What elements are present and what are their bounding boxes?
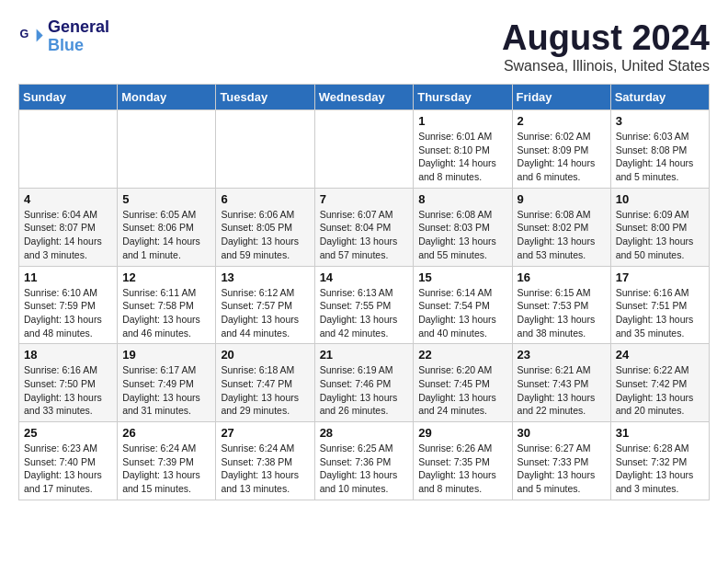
day-info: Sunrise: 6:08 AMSunset: 8:03 PMDaylight:… xyxy=(418,208,506,262)
day-number: 19 xyxy=(122,348,210,362)
day-number: 28 xyxy=(320,426,409,440)
day-number: 4 xyxy=(24,192,112,206)
day-cell: 29Sunrise: 6:26 AMSunset: 7:35 PMDayligh… xyxy=(414,422,512,500)
weekday-header-friday: Friday xyxy=(512,85,610,110)
logo-icon: G xyxy=(18,24,44,50)
day-info: Sunrise: 6:22 AMSunset: 7:42 PMDaylight:… xyxy=(616,363,704,418)
week-row-5: 25Sunrise: 6:23 AMSunset: 7:40 PMDayligh… xyxy=(19,422,710,500)
day-number: 22 xyxy=(418,348,506,362)
day-number: 30 xyxy=(518,426,606,440)
day-number: 2 xyxy=(518,114,606,128)
logo-line2: Blue xyxy=(48,37,109,55)
day-info: Sunrise: 6:21 AMSunset: 7:43 PMDaylight:… xyxy=(518,363,606,418)
day-cell: 27Sunrise: 6:24 AMSunset: 7:38 PMDayligh… xyxy=(216,422,314,500)
day-cell: 14Sunrise: 6:13 AMSunset: 7:55 PMDayligh… xyxy=(314,266,414,344)
weekday-header-sunday: Sunday xyxy=(19,85,118,110)
day-info: Sunrise: 6:16 AMSunset: 7:50 PMDaylight:… xyxy=(24,363,112,418)
day-info: Sunrise: 6:24 AMSunset: 7:39 PMDaylight:… xyxy=(122,442,210,496)
day-info: Sunrise: 6:17 AMSunset: 7:49 PMDaylight:… xyxy=(122,363,210,418)
day-number: 9 xyxy=(518,192,606,206)
weekday-header-row: SundayMondayTuesdayWednesdayThursdayFrid… xyxy=(19,85,710,110)
day-number: 18 xyxy=(24,348,112,362)
day-info: Sunrise: 6:09 AMSunset: 8:00 PMDaylight:… xyxy=(616,208,704,262)
day-info: Sunrise: 6:01 AMSunset: 8:10 PMDaylight:… xyxy=(418,130,506,184)
day-number: 23 xyxy=(518,348,606,362)
day-cell: 2Sunrise: 6:02 AMSunset: 8:09 PMDaylight… xyxy=(512,110,610,189)
main-title: August 2024 xyxy=(502,18,710,58)
day-info: Sunrise: 6:27 AMSunset: 7:33 PMDaylight:… xyxy=(518,442,606,496)
logo-line1: General xyxy=(48,18,109,37)
day-info: Sunrise: 6:18 AMSunset: 7:47 PMDaylight:… xyxy=(221,363,309,418)
day-cell: 12Sunrise: 6:11 AMSunset: 7:58 PMDayligh… xyxy=(118,266,216,344)
day-number: 31 xyxy=(616,426,704,440)
week-row-1: 1Sunrise: 6:01 AMSunset: 8:10 PMDaylight… xyxy=(19,110,710,189)
day-number: 16 xyxy=(518,270,606,284)
day-cell: 17Sunrise: 6:16 AMSunset: 7:51 PMDayligh… xyxy=(610,266,709,344)
day-number: 15 xyxy=(418,270,506,284)
day-info: Sunrise: 6:20 AMSunset: 7:45 PMDaylight:… xyxy=(418,363,506,418)
day-info: Sunrise: 6:28 AMSunset: 7:32 PMDaylight:… xyxy=(616,442,704,496)
weekday-header-monday: Monday xyxy=(118,85,216,110)
day-info: Sunrise: 6:25 AMSunset: 7:36 PMDaylight:… xyxy=(320,442,409,496)
day-number: 29 xyxy=(418,426,506,440)
day-number: 8 xyxy=(418,192,506,206)
day-info: Sunrise: 6:03 AMSunset: 8:08 PMDaylight:… xyxy=(616,130,704,184)
week-row-2: 4Sunrise: 6:04 AMSunset: 8:07 PMDaylight… xyxy=(19,188,710,266)
day-info: Sunrise: 6:08 AMSunset: 8:02 PMDaylight:… xyxy=(518,208,606,262)
day-number: 21 xyxy=(320,348,409,362)
day-cell: 16Sunrise: 6:15 AMSunset: 7:53 PMDayligh… xyxy=(512,266,610,344)
subtitle: Swansea, Illinois, United States xyxy=(502,58,710,75)
day-number: 6 xyxy=(221,192,309,206)
weekday-header-thursday: Thursday xyxy=(414,85,512,110)
day-info: Sunrise: 6:11 AMSunset: 7:58 PMDaylight:… xyxy=(122,286,210,340)
day-info: Sunrise: 6:12 AMSunset: 7:57 PMDaylight:… xyxy=(221,286,309,340)
day-cell: 4Sunrise: 6:04 AMSunset: 8:07 PMDaylight… xyxy=(19,188,118,266)
logo: G General Blue xyxy=(18,18,109,55)
day-cell: 18Sunrise: 6:16 AMSunset: 7:50 PMDayligh… xyxy=(19,344,118,422)
day-info: Sunrise: 6:16 AMSunset: 7:51 PMDaylight:… xyxy=(616,286,704,340)
day-cell: 30Sunrise: 6:27 AMSunset: 7:33 PMDayligh… xyxy=(512,422,610,500)
day-cell: 20Sunrise: 6:18 AMSunset: 7:47 PMDayligh… xyxy=(216,344,314,422)
day-cell: 8Sunrise: 6:08 AMSunset: 8:03 PMDaylight… xyxy=(414,188,512,266)
day-cell: 26Sunrise: 6:24 AMSunset: 7:39 PMDayligh… xyxy=(118,422,216,500)
day-cell xyxy=(314,110,414,189)
day-number: 11 xyxy=(24,270,112,284)
weekday-header-wednesday: Wednesday xyxy=(314,85,414,110)
day-info: Sunrise: 6:19 AMSunset: 7:46 PMDaylight:… xyxy=(320,363,409,418)
weekday-header-saturday: Saturday xyxy=(610,85,709,110)
calendar: SundayMondayTuesdayWednesdayThursdayFrid… xyxy=(18,84,710,500)
day-info: Sunrise: 6:10 AMSunset: 7:59 PMDaylight:… xyxy=(24,286,112,340)
day-cell: 28Sunrise: 6:25 AMSunset: 7:36 PMDayligh… xyxy=(314,422,414,500)
day-info: Sunrise: 6:24 AMSunset: 7:38 PMDaylight:… xyxy=(221,442,309,496)
day-cell: 31Sunrise: 6:28 AMSunset: 7:32 PMDayligh… xyxy=(610,422,709,500)
day-number: 3 xyxy=(616,114,704,128)
title-area: August 2024 Swansea, Illinois, United St… xyxy=(502,18,710,75)
day-cell: 11Sunrise: 6:10 AMSunset: 7:59 PMDayligh… xyxy=(19,266,118,344)
day-cell: 7Sunrise: 6:07 AMSunset: 8:04 PMDaylight… xyxy=(314,188,414,266)
day-cell: 22Sunrise: 6:20 AMSunset: 7:45 PMDayligh… xyxy=(414,344,512,422)
day-number: 12 xyxy=(122,270,210,284)
week-row-3: 11Sunrise: 6:10 AMSunset: 7:59 PMDayligh… xyxy=(19,266,710,344)
svg-marker-1 xyxy=(37,29,43,41)
day-info: Sunrise: 6:05 AMSunset: 8:06 PMDaylight:… xyxy=(122,208,210,262)
day-cell: 21Sunrise: 6:19 AMSunset: 7:46 PMDayligh… xyxy=(314,344,414,422)
day-cell: 13Sunrise: 6:12 AMSunset: 7:57 PMDayligh… xyxy=(216,266,314,344)
day-cell: 23Sunrise: 6:21 AMSunset: 7:43 PMDayligh… xyxy=(512,344,610,422)
day-cell: 15Sunrise: 6:14 AMSunset: 7:54 PMDayligh… xyxy=(414,266,512,344)
day-cell xyxy=(216,110,314,189)
day-cell xyxy=(118,110,216,189)
day-cell: 19Sunrise: 6:17 AMSunset: 7:49 PMDayligh… xyxy=(118,344,216,422)
day-cell: 10Sunrise: 6:09 AMSunset: 8:00 PMDayligh… xyxy=(610,188,709,266)
day-number: 13 xyxy=(221,270,309,284)
day-number: 26 xyxy=(122,426,210,440)
day-cell: 9Sunrise: 6:08 AMSunset: 8:02 PMDaylight… xyxy=(512,188,610,266)
day-info: Sunrise: 6:04 AMSunset: 8:07 PMDaylight:… xyxy=(24,208,112,262)
day-number: 24 xyxy=(616,348,704,362)
day-number: 1 xyxy=(418,114,506,128)
week-row-4: 18Sunrise: 6:16 AMSunset: 7:50 PMDayligh… xyxy=(19,344,710,422)
day-cell: 24Sunrise: 6:22 AMSunset: 7:42 PMDayligh… xyxy=(610,344,709,422)
weekday-header-tuesday: Tuesday xyxy=(216,85,314,110)
day-info: Sunrise: 6:23 AMSunset: 7:40 PMDaylight:… xyxy=(24,442,112,496)
day-number: 7 xyxy=(320,192,409,206)
day-info: Sunrise: 6:13 AMSunset: 7:55 PMDaylight:… xyxy=(320,286,409,340)
